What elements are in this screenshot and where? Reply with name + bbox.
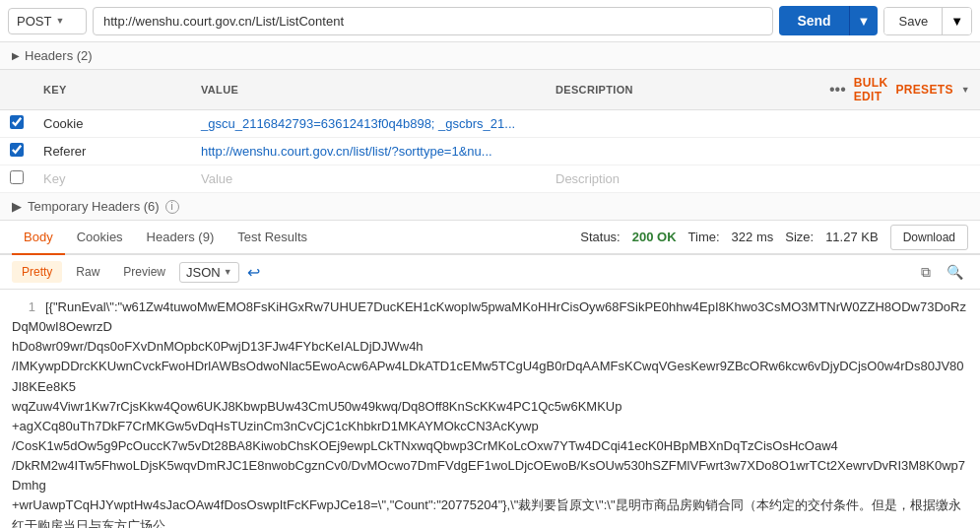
tab-test-results[interactable]: Test Results <box>226 221 319 255</box>
empty-checkbox[interactable] <box>10 170 24 184</box>
tab-body[interactable]: Body <box>12 221 65 255</box>
response-body: 1[{"RunEval\":"w61Zw4tuwoMwEMO8FsKiHGxRw… <box>0 290 980 528</box>
checkbox-header-col <box>0 70 33 110</box>
presets-link[interactable]: Presets <box>895 83 952 97</box>
send-button[interactable]: Send <box>779 6 848 35</box>
row2-checkbox-cell <box>0 138 33 165</box>
send-button-group: Send ▼ <box>779 6 878 35</box>
key-column-header: KEY <box>33 70 191 110</box>
empty-key: Key <box>33 165 191 193</box>
temp-headers-label: Temporary Headers (6) <box>28 199 160 214</box>
resp-tab-raw[interactable]: Raw <box>66 261 109 283</box>
format-chevron-icon: ▼ <box>224 267 232 277</box>
row1-checkbox[interactable] <box>10 115 24 129</box>
wrap-button[interactable]: ↩ <box>247 263 260 282</box>
copy-icon-button[interactable]: ⧉ <box>916 262 936 283</box>
bulk-edit-link[interactable]: Bulk Edit <box>854 76 888 103</box>
format-selector[interactable]: JSON ▼ <box>179 262 239 283</box>
status-area: Status: 200 OK Time: 322 ms Size: 11.27 … <box>580 225 968 250</box>
method-selector[interactable]: POST ▼ <box>8 8 87 34</box>
time-label: Time: <box>688 230 720 244</box>
json-response-text: [{"RunEval\":"w61Zw4tuwoMwEMO8FsKiHGxRw7… <box>12 299 967 528</box>
status-label: Status: <box>580 230 620 244</box>
headers-label: Headers (2) <box>25 48 93 63</box>
row1-checkbox-cell <box>0 110 33 138</box>
table-row-empty: Key Value Description <box>0 165 980 193</box>
time-value: 322 ms <box>732 230 774 244</box>
empty-checkbox-cell <box>0 165 33 193</box>
row2-actions <box>819 138 980 165</box>
empty-value: Value <box>191 165 546 193</box>
search-icon-button[interactable]: 🔍 <box>942 262 968 283</box>
empty-actions <box>819 165 980 193</box>
format-label: JSON <box>186 265 221 280</box>
table-header-row: KEY VALUE DESCRIPTION ••• Bulk Edit Pres… <box>0 70 980 110</box>
size-value: 11.27 KB <box>825 230 879 244</box>
headers-toggle[interactable]: ▶ Headers (2) <box>12 48 968 63</box>
size-label: Size: <box>785 230 814 244</box>
temp-headers-triangle-icon: ▶ <box>12 199 22 214</box>
description-column-header: DESCRIPTION <box>546 70 819 110</box>
row2-checkbox[interactable] <box>10 143 24 157</box>
response-actions-right: ⧉ 🔍 <box>916 262 968 283</box>
status-value: 200 OK <box>632 230 677 244</box>
actions-column-header: ••• Bulk Edit Presets ▼ <box>819 70 980 110</box>
presets-chevron-icon: ▼ <box>961 85 970 95</box>
response-format-tabs: Pretty Raw Preview JSON ▼ ↩ ⧉ 🔍 <box>0 255 980 290</box>
resp-tab-preview[interactable]: Preview <box>113 261 175 283</box>
row1-description <box>546 110 819 138</box>
row2-key: Referer <box>33 138 191 165</box>
url-input[interactable] <box>93 7 773 35</box>
send-arrow-button[interactable]: ▼ <box>849 6 879 35</box>
top-bar: POST ▼ Send ▼ Save ▼ <box>0 0 980 42</box>
method-chevron-icon: ▼ <box>55 16 64 26</box>
info-icon[interactable]: i <box>165 200 179 214</box>
table-row: Referer http://wenshu.court.gov.cn/list/… <box>0 138 980 165</box>
tab-cookies[interactable]: Cookies <box>65 221 135 255</box>
value-column-header: VALUE <box>191 70 546 110</box>
empty-description: Description <box>546 165 819 193</box>
temp-headers-section: ▶ Temporary Headers (6) i <box>0 193 980 221</box>
row1-key: Cookie <box>33 110 191 138</box>
row2-value: http://wenshu.court.gov.cn/list/list/?so… <box>191 138 546 165</box>
headers-triangle-icon: ▶ <box>12 50 20 61</box>
request-tabs: Body Cookies Headers (9) Test Results St… <box>0 221 980 255</box>
save-button-group: Save ▼ <box>883 7 972 35</box>
dots-button[interactable]: ••• <box>829 81 846 99</box>
table-row: Cookie _gscu_2116842793=63612413f0q4b898… <box>0 110 980 138</box>
headers-section: ▶ Headers (2) <box>0 42 980 70</box>
params-table: KEY VALUE DESCRIPTION ••• Bulk Edit Pres… <box>0 70 980 193</box>
method-label: POST <box>17 14 51 29</box>
resp-tab-pretty[interactable]: Pretty <box>12 261 62 283</box>
row1-value: _gscu_2116842793=63612413f0q4b898; _gscb… <box>191 110 546 138</box>
save-button[interactable]: Save <box>884 8 942 34</box>
download-button[interactable]: Download <box>890 225 968 250</box>
tab-headers[interactable]: Headers (9) <box>135 221 227 255</box>
line-number: 1 <box>12 297 35 317</box>
row1-actions <box>819 110 980 138</box>
row2-description <box>546 138 819 165</box>
save-arrow-button[interactable]: ▼ <box>942 8 971 34</box>
